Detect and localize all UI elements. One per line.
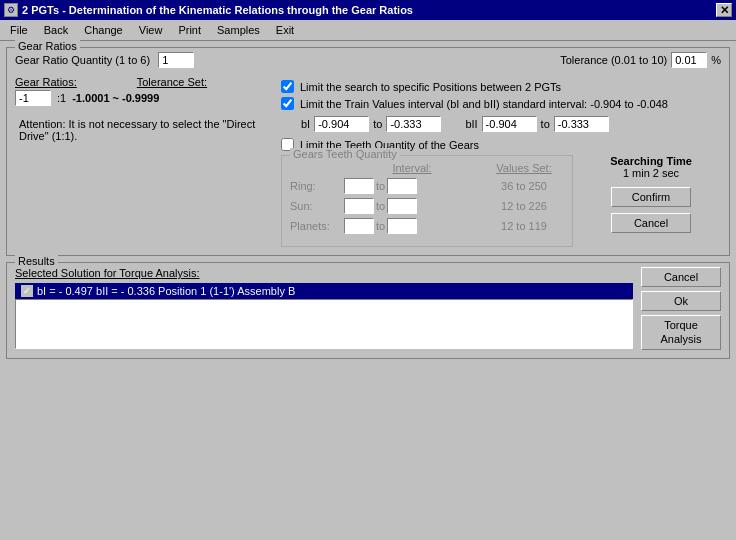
menu-change[interactable]: Change — [78, 22, 129, 38]
menu-print[interactable]: Print — [172, 22, 207, 38]
app-icon: ⚙ — [4, 3, 18, 17]
sun-range: 12 to 226 — [484, 200, 564, 212]
sun-label: Sun: — [290, 200, 340, 212]
bi-from-input[interactable] — [314, 116, 369, 132]
results-buttons: Cancel Ok Torque Analysis — [641, 267, 721, 350]
gear-ratios-group: Gear Ratios Gear Ratio Quantity (1 to 6)… — [6, 47, 730, 256]
values-set-col-header: Values Set: — [484, 162, 564, 174]
selected-solution-label: Selected Solution for Torque Analysis: — [15, 267, 633, 279]
tolerance-input[interactable] — [671, 52, 707, 68]
bi-label: bI — [301, 118, 310, 130]
teeth-group: Gears Teeth Quantity Interval: Values Se… — [281, 155, 573, 247]
ring-row: Ring: to 36 to 250 — [290, 178, 564, 194]
bii-from-input[interactable] — [482, 116, 537, 132]
planets-range: 12 to 119 — [484, 220, 564, 232]
limit-positions-label: Limit the search to specific Positions b… — [300, 81, 561, 93]
menu-back[interactable]: Back — [38, 22, 74, 38]
gear-ratio-range: -1.0001 ~ -0.9999 — [72, 92, 159, 104]
ring-to-label: to — [376, 180, 385, 192]
title-bar-title: 2 PGTs - Determination of the Kinematic … — [22, 4, 413, 16]
result-checkbox[interactable]: ✓ — [21, 285, 33, 297]
gear-qty-input[interactable] — [158, 52, 194, 68]
result-item[interactable]: ✓ bI = - 0.497 bII = - 0.336 Position 1 … — [15, 283, 633, 299]
tolerance-set-col-label: Tolerance Set: — [137, 76, 207, 88]
interval-col-header: Interval: — [344, 162, 480, 174]
gear-ratio-input[interactable] — [15, 90, 51, 106]
tolerance-unit: % — [711, 54, 721, 66]
menu-exit[interactable]: Exit — [270, 22, 300, 38]
bii-label: bII — [465, 118, 477, 130]
gear-ratios-col-label: Gear Ratios: — [15, 76, 77, 88]
torque-analysis-button[interactable]: Torque Analysis — [641, 315, 721, 350]
teeth-group-title: Gears Teeth Quantity — [290, 148, 400, 160]
title-bar: ⚙ 2 PGTs - Determination of the Kinemati… — [0, 0, 736, 20]
results-group: Results Selected Solution for Torque Ana… — [6, 262, 730, 359]
planets-row: Planets: to 12 to 119 — [290, 218, 564, 234]
bii-to-label: to — [541, 118, 550, 130]
searching-time-label: Searching Time — [610, 155, 692, 167]
result-item-text: bI = - 0.497 bII = - 0.336 Position 1 (1… — [37, 285, 295, 297]
colon-label: :1 — [57, 92, 66, 104]
ok-button[interactable]: Ok — [641, 291, 721, 311]
menu-bar: File Back Change View Print Samples Exit — [0, 20, 736, 41]
gear-ratios-title: Gear Ratios — [15, 40, 80, 52]
planets-to-input[interactable] — [387, 218, 417, 234]
cancel-search-button[interactable]: Cancel — [611, 213, 691, 233]
limit-train-values-label: Limit the Train Values interval (bI and … — [300, 98, 668, 110]
bi-to-input[interactable] — [386, 116, 441, 132]
close-button[interactable]: ✕ — [716, 3, 732, 17]
sun-from-input[interactable] — [344, 198, 374, 214]
searching-time-value: 1 min 2 sec — [610, 167, 692, 179]
results-list: Selected Solution for Torque Analysis: ✓… — [15, 267, 633, 350]
results-title: Results — [15, 255, 58, 267]
results-cancel-button[interactable]: Cancel — [641, 267, 721, 287]
ring-to-input[interactable] — [387, 178, 417, 194]
bii-to-input[interactable] — [554, 116, 609, 132]
sun-to-input[interactable] — [387, 198, 417, 214]
ring-label: Ring: — [290, 180, 340, 192]
planets-label: Planets: — [290, 220, 340, 232]
sun-to-label: to — [376, 200, 385, 212]
menu-samples[interactable]: Samples — [211, 22, 266, 38]
planets-from-input[interactable] — [344, 218, 374, 234]
limit-positions-checkbox[interactable] — [281, 80, 294, 93]
attention-text: Attention: It is not necessary to select… — [15, 114, 265, 146]
searching-time-panel: Searching Time 1 min 2 sec Confirm Cance… — [581, 155, 721, 247]
main-content: Gear Ratios Gear Ratio Quantity (1 to 6)… — [0, 41, 736, 365]
results-empty-area — [15, 299, 633, 349]
sun-row: Sun: to 12 to 226 — [290, 198, 564, 214]
planets-to-label: to — [376, 220, 385, 232]
ring-range: 36 to 250 — [484, 180, 564, 192]
bi-to-label: to — [373, 118, 382, 130]
confirm-button[interactable]: Confirm — [611, 187, 691, 207]
tolerance-label: Tolerance (0.01 to 10) — [560, 54, 667, 66]
gear-qty-label: Gear Ratio Quantity (1 to 6) — [15, 54, 150, 66]
limit-train-values-checkbox[interactable] — [281, 97, 294, 110]
ring-from-input[interactable] — [344, 178, 374, 194]
menu-view[interactable]: View — [133, 22, 169, 38]
menu-file[interactable]: File — [4, 22, 34, 38]
